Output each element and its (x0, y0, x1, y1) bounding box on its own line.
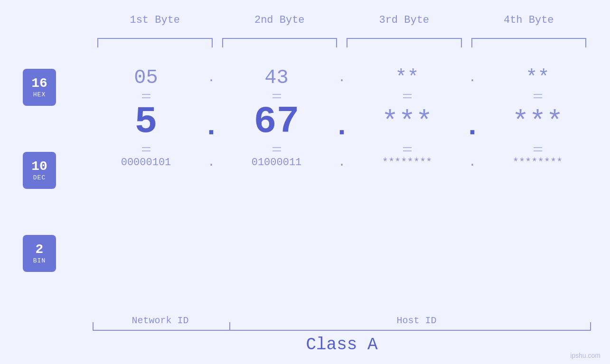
dot3: . (469, 71, 476, 85)
hex-badge-number: 16 (31, 76, 47, 91)
dec-badge-number: 10 (31, 159, 47, 174)
dec-dot1: . (203, 101, 220, 143)
eq2-cell3 (354, 147, 460, 151)
bin-byte3-cell: ******** (354, 157, 460, 168)
hex-badge: 16 HEX (23, 69, 56, 106)
dec-sep1: . (199, 101, 223, 143)
host-id-label: Host ID (242, 315, 591, 326)
parallel-lines-6 (272, 147, 281, 151)
bin-byte2-cell: 01000011 (223, 157, 330, 168)
dec-dot3: . (464, 101, 481, 143)
col-header-2: 2nd Byte (217, 14, 342, 26)
bin-badge: 2 BIN (23, 235, 56, 272)
col-header-1: 1st Byte (93, 14, 217, 26)
col-header-4: 4th Byte (467, 14, 591, 26)
bin-byte1-cell: 00000101 (93, 157, 199, 168)
bin-dot3: . (469, 155, 476, 169)
bin-badge-number: 2 (36, 243, 44, 257)
hex-sep2: . (330, 71, 354, 85)
bin-badge-label: BIN (33, 257, 46, 264)
hex-sep1: . (199, 71, 223, 85)
dot2: . (338, 71, 346, 85)
bin-byte1: 00000101 (121, 157, 171, 168)
dec-sep3: . (460, 101, 484, 143)
dec-sep2: . (330, 101, 354, 143)
dec-byte3: *** (381, 106, 432, 138)
equals-row-1 (93, 94, 591, 98)
bin-sep1: . (199, 155, 223, 169)
dec-byte1: 5 (134, 100, 157, 143)
eq2-cell4 (484, 147, 591, 151)
equals-row-2 (93, 147, 591, 151)
hex-row: 05 . 43 . ** . ** (93, 66, 591, 89)
dec-byte2: 67 (253, 100, 299, 143)
bin-sep3: . (460, 155, 484, 169)
bin-byte4: ******** (513, 157, 563, 168)
hex-sep3: . (460, 71, 484, 85)
eq1-cell1 (93, 94, 199, 98)
dec-byte1-cell: 5 (93, 100, 199, 143)
bin-dot1: . (207, 155, 215, 169)
bin-byte2: 01000011 (252, 157, 302, 168)
hex-byte1-cell: 05 (93, 66, 199, 89)
eq2-cell1 (93, 147, 199, 151)
bin-dot2: . (338, 155, 346, 169)
watermark: ipshu.com (570, 352, 601, 359)
hex-byte4-cell: ** (484, 66, 591, 89)
dec-row: 5 . 67 . *** . *** (93, 100, 591, 143)
parallel-lines-5 (142, 147, 150, 151)
badges-column: 16 HEX 10 DEC 2 BIN (23, 69, 56, 272)
dec-byte4-cell: *** (484, 106, 591, 138)
hex-badge-label: HEX (33, 91, 46, 98)
parallel-lines-1 (142, 94, 150, 98)
dec-badge: 10 DEC (23, 152, 56, 189)
parallel-lines-2 (272, 94, 281, 98)
parallel-lines-8 (534, 147, 542, 151)
eq1-cell3 (354, 94, 460, 98)
eq2-cell2 (223, 147, 330, 151)
hex-byte3: ** (395, 66, 419, 89)
network-id-label: Network ID (93, 315, 228, 326)
main-container: 16 HEX 10 DEC 2 BIN 1st Byte 2nd Byte 3r… (0, 0, 610, 364)
dot1: . (207, 71, 215, 85)
dec-badge-label: DEC (33, 174, 46, 181)
dec-byte3-cell: *** (354, 106, 460, 138)
eq1-cell2 (223, 94, 330, 98)
bin-sep2: . (330, 155, 354, 169)
bin-row: 00000101 . 01000011 . ******** . *******… (93, 155, 591, 169)
parallel-lines-7 (403, 147, 412, 151)
parallel-lines-4 (534, 94, 542, 98)
hex-byte2-cell: 43 (223, 66, 330, 89)
class-label: Class A (93, 335, 591, 355)
hex-byte4: ** (526, 66, 549, 89)
all-rows-wrapper: 05 . 43 . ** . ** (93, 45, 591, 169)
bin-byte3: ******** (382, 157, 432, 168)
headers-row: 1st Byte 2nd Byte 3rd Byte 4th Byte (93, 14, 591, 26)
eq1-cell4 (484, 94, 591, 98)
hex-byte1: 05 (134, 66, 158, 89)
parallel-lines-3 (403, 94, 412, 98)
hex-byte3-cell: ** (354, 66, 460, 89)
col-header-3: 3rd Byte (342, 14, 467, 26)
dec-dot2: . (333, 101, 350, 143)
dec-byte4: *** (512, 106, 563, 138)
bin-byte4-cell: ******** (484, 157, 591, 168)
dec-byte2-cell: 67 (223, 100, 330, 143)
hex-byte2: 43 (264, 66, 288, 89)
